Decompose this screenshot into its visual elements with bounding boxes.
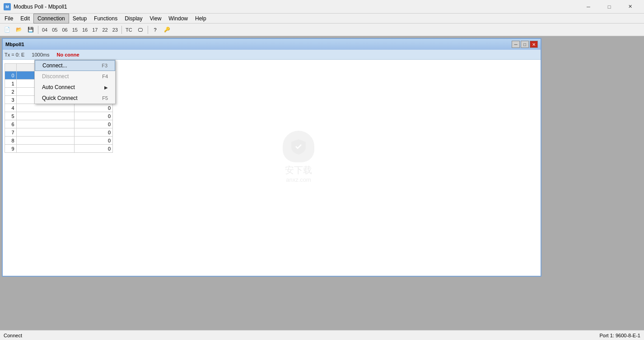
row-index: 1 bbox=[5, 80, 17, 88]
no-connect-label: No conne bbox=[56, 52, 79, 57]
toolbar: 📄 📂 💾 04 05 06 15 16 17 22 23 TC 🖵 ? 🔑 bbox=[0, 24, 644, 36]
toolbar-fc-05: 05 bbox=[50, 27, 59, 33]
watermark: 安下载 anxz.com bbox=[283, 131, 314, 183]
menu-display[interactable]: Display bbox=[121, 14, 146, 24]
toolbar-sep3 bbox=[148, 26, 148, 34]
toolbar-tc: TC bbox=[124, 27, 134, 33]
row-index: 0 bbox=[5, 71, 17, 80]
row-value: 0 bbox=[74, 104, 112, 112]
menu-connection[interactable]: Connection bbox=[33, 14, 69, 24]
row-value: 0 bbox=[74, 145, 112, 153]
row-alias bbox=[16, 104, 74, 112]
menu-file[interactable]: File bbox=[1, 14, 17, 24]
toolbar-fc-04: 04 bbox=[40, 27, 49, 33]
toolbar-fc-16: 16 bbox=[80, 27, 89, 33]
disconnect-shortcut: F4 bbox=[102, 74, 108, 79]
row-index: 4 bbox=[5, 104, 17, 112]
table-row[interactable]: 9 0 bbox=[5, 145, 113, 153]
toolbar-sep2 bbox=[121, 26, 122, 34]
toolbar-fc-23: 23 bbox=[111, 27, 120, 33]
minimize-button[interactable]: ─ bbox=[578, 0, 599, 14]
watermark-subtext: anxz.com bbox=[286, 176, 311, 183]
title-bar-controls: ─ □ ✕ bbox=[578, 0, 640, 14]
row-index: 9 bbox=[5, 145, 17, 153]
toolbar-new[interactable]: 📄 bbox=[2, 25, 13, 35]
close-button[interactable]: ✕ bbox=[620, 0, 640, 14]
toolbar-fc-06: 06 bbox=[61, 27, 70, 33]
auto-connect-arrow-icon: ▶ bbox=[104, 85, 108, 90]
menu-view[interactable]: View bbox=[146, 14, 165, 24]
table-row[interactable]: 4 0 bbox=[5, 104, 113, 112]
toolbar-fc-15: 15 bbox=[70, 27, 79, 33]
inner-title-controls: ─ □ ✕ bbox=[512, 41, 538, 48]
menu-functions[interactable]: Functions bbox=[90, 14, 121, 24]
menu-bar: File Edit Connection Setup Functions Dis… bbox=[0, 14, 644, 24]
subbar: Tx = 0: E 1000ms No conne bbox=[3, 50, 541, 60]
auto-connect-label: Auto Connect bbox=[42, 84, 75, 90]
row-alias bbox=[16, 120, 74, 128]
menu-setup[interactable]: Setup bbox=[69, 14, 90, 24]
table-row[interactable]: 5 0 bbox=[5, 112, 113, 120]
inner-title-bar: Mbpoll1 ─ □ ✕ bbox=[3, 39, 541, 50]
toolbar-sep1 bbox=[38, 26, 38, 34]
connect-label: Connect... bbox=[42, 62, 67, 69]
connection-dropdown: Connect... F3 Disconnect F4 Auto Connect… bbox=[34, 60, 116, 104]
row-index: 8 bbox=[5, 137, 17, 145]
row-index: 6 bbox=[5, 120, 17, 128]
row-index: 5 bbox=[5, 112, 17, 120]
app-icon: M bbox=[4, 3, 11, 10]
table-row[interactable]: 8 0 bbox=[5, 137, 113, 145]
table-row[interactable]: 6 0 bbox=[5, 120, 113, 128]
row-value: 0 bbox=[74, 128, 112, 137]
inner-minimize-button[interactable]: ─ bbox=[512, 41, 520, 48]
menu-disconnect-item[interactable]: Disconnect F4 bbox=[35, 71, 115, 82]
menu-connect-item[interactable]: Connect... F3 bbox=[35, 60, 115, 71]
row-alias bbox=[16, 112, 74, 120]
row-value: 0 bbox=[74, 120, 112, 128]
table-row[interactable]: 7 0 bbox=[5, 128, 113, 137]
quick-connect-shortcut: F5 bbox=[102, 95, 108, 101]
maximize-button[interactable]: □ bbox=[599, 0, 620, 14]
toolbar-open[interactable]: 📂 bbox=[14, 25, 24, 35]
toolbar-help[interactable]: ? bbox=[150, 25, 161, 35]
table-header-index bbox=[5, 64, 17, 71]
inner-close-button[interactable]: ✕ bbox=[530, 41, 538, 48]
disconnect-label: Disconnect bbox=[42, 73, 69, 80]
connect-shortcut: F3 bbox=[102, 63, 107, 68]
toolbar-fc-17: 17 bbox=[90, 27, 99, 33]
inner-maximize-button[interactable]: □ bbox=[521, 41, 529, 48]
row-alias bbox=[16, 128, 74, 137]
quick-connect-label: Quick Connect bbox=[42, 95, 78, 101]
row-value: 0 bbox=[74, 137, 112, 145]
title-bar: M Modbus Poll - Mbpoll1 ─ □ ✕ bbox=[0, 0, 644, 14]
row-value: 0 bbox=[74, 112, 112, 120]
title-bar-text: Modbus Poll - Mbpoll1 bbox=[14, 4, 578, 10]
menu-window[interactable]: Window bbox=[165, 14, 191, 24]
inner-window-title: Mbpoll1 bbox=[5, 42, 24, 47]
menu-auto-connect-item[interactable]: Auto Connect ▶ bbox=[35, 82, 115, 93]
row-index: 2 bbox=[5, 88, 17, 96]
menu-edit[interactable]: Edit bbox=[17, 14, 33, 24]
subbar-tx: Tx = 0: E bbox=[5, 52, 24, 57]
toolbar-save[interactable]: 💾 bbox=[25, 25, 36, 35]
watermark-text: 安下载 bbox=[285, 164, 312, 176]
row-index: 7 bbox=[5, 128, 17, 137]
toolbar-monitor[interactable]: 🖵 bbox=[135, 25, 146, 35]
watermark-shield-icon bbox=[283, 131, 314, 162]
row-alias bbox=[16, 137, 74, 145]
main-area: Mbpoll1 ─ □ ✕ Tx = 0: E 1000ms No conne … bbox=[0, 36, 644, 330]
menu-quick-connect-item[interactable]: Quick Connect F5 bbox=[35, 93, 115, 104]
row-index: 3 bbox=[5, 96, 17, 104]
status-right: Port 1: 9600-8-E-1 bbox=[600, 333, 641, 338]
status-left: Connect bbox=[4, 333, 22, 338]
status-bar: Connect Port 1: 9600-8-E-1 bbox=[0, 330, 644, 340]
toolbar-key[interactable]: 🔑 bbox=[162, 25, 173, 35]
toolbar-fc-22: 22 bbox=[101, 27, 110, 33]
row-alias bbox=[16, 145, 74, 153]
menu-help[interactable]: Help bbox=[191, 14, 210, 24]
subbar-rate: 1000ms bbox=[32, 52, 49, 57]
